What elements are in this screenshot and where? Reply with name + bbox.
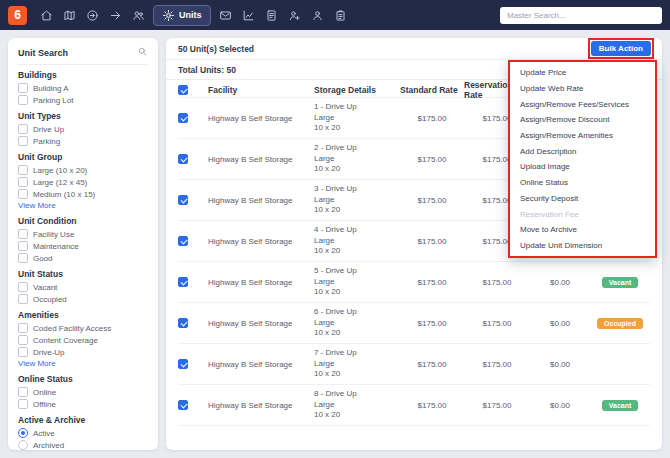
bulk-menu-item[interactable]: Upload Image: [510, 159, 655, 175]
deposit-cell: $0.00: [530, 319, 590, 328]
bulk-menu-item[interactable]: Update Unit Dimension: [510, 238, 655, 254]
nav-item-move-in[interactable]: [81, 4, 103, 26]
filter-option-checkbox[interactable]: Offline: [18, 398, 148, 410]
storage-detail-line: 8 - Drive Up: [314, 389, 400, 400]
filter-section: Unit GroupLarge (10 x 20)Large (12 x 45)…: [18, 152, 148, 211]
filter-option-checkbox[interactable]: Large (10 x 20): [18, 164, 148, 176]
storage-detail-line: Large: [314, 195, 400, 206]
bulk-action-button[interactable]: Bulk Action: [591, 41, 651, 56]
filter-option-checkbox[interactable]: Occupied: [18, 293, 148, 305]
bulk-menu-item[interactable]: Online Status: [510, 175, 655, 191]
checkbox-unchecked[interactable]: [18, 282, 28, 292]
checkbox-unchecked[interactable]: [18, 387, 28, 397]
checkbox-unchecked[interactable]: [18, 347, 28, 357]
status-badge: Occupied: [597, 318, 643, 329]
bulk-menu-item[interactable]: Add Description: [510, 143, 655, 159]
filter-option-checkbox[interactable]: Building A: [18, 82, 148, 94]
nav-item-documents[interactable]: [261, 4, 283, 26]
view-more-link[interactable]: View More: [18, 359, 148, 369]
filter-section-title: Active & Archive: [18, 415, 148, 425]
row-checkbox-cell: [178, 236, 208, 246]
checkbox-unchecked[interactable]: [18, 124, 28, 134]
nav-item-mail[interactable]: [215, 4, 237, 26]
row-checkbox[interactable]: [178, 154, 188, 164]
row-checkbox[interactable]: [178, 113, 188, 123]
view-more-link[interactable]: View More: [18, 201, 148, 211]
row-checkbox[interactable]: [178, 277, 188, 287]
filter-option-checkbox[interactable]: Maintenance: [18, 240, 148, 252]
row-checkbox[interactable]: [178, 359, 188, 369]
nav-item-units[interactable]: Units: [153, 5, 211, 26]
nav-item-reports[interactable]: [238, 4, 260, 26]
column-header: Facility: [208, 85, 314, 95]
nav-item-home[interactable]: [35, 4, 57, 26]
checkbox-unchecked[interactable]: [18, 136, 28, 146]
nav-item-tenant[interactable]: [307, 4, 329, 26]
filter-option-checkbox[interactable]: Coded Facility Access: [18, 322, 148, 334]
facility-cell: Highway B Self Storage: [208, 237, 314, 246]
checkbox-unchecked[interactable]: [18, 229, 28, 239]
nav-item-move-out[interactable]: [104, 4, 126, 26]
checkbox-unchecked[interactable]: [18, 189, 28, 199]
filter-option-checkbox[interactable]: Drive-Up: [18, 346, 148, 358]
bulk-menu-item[interactable]: Security Deposit: [510, 191, 655, 207]
filter-option-checkbox[interactable]: Medium (10 x 15): [18, 188, 148, 200]
storage-detail-line: 2 - Drive Up: [314, 143, 400, 154]
filter-option-checkbox[interactable]: Large (12 x 45): [18, 176, 148, 188]
bulk-menu-item[interactable]: Assign/Remove Discount: [510, 112, 655, 128]
radio-unselected[interactable]: [18, 440, 28, 450]
bulk-menu-item[interactable]: Update Web Rate: [510, 81, 655, 97]
radio-selected[interactable]: [18, 428, 28, 438]
search-icon[interactable]: [137, 46, 148, 59]
checkbox-unchecked[interactable]: [18, 177, 28, 187]
filter-option-label: Active: [33, 429, 55, 438]
sidebar-sections: BuildingsBuilding AParking LotUnit Types…: [18, 70, 148, 450]
checkbox-unchecked[interactable]: [18, 241, 28, 251]
filter-option-checkbox[interactable]: Facility Use: [18, 228, 148, 240]
brand-logo[interactable]: 6: [8, 6, 27, 25]
checkbox-unchecked[interactable]: [18, 83, 28, 93]
checkbox-unchecked[interactable]: [18, 399, 28, 409]
checkbox-unchecked[interactable]: [18, 294, 28, 304]
units-icon: [162, 9, 175, 22]
checkbox-unchecked[interactable]: [18, 95, 28, 105]
row-checkbox-cell: [178, 400, 208, 410]
filter-option-checkbox[interactable]: Content Coverage: [18, 334, 148, 346]
filter-option-radio[interactable]: Archived: [18, 439, 148, 450]
facility-cell: Highway B Self Storage: [208, 360, 314, 369]
checkbox-unchecked[interactable]: [18, 253, 28, 263]
row-checkbox[interactable]: [178, 400, 188, 410]
bulk-menu-item[interactable]: Assign/Remove Amenities: [510, 128, 655, 144]
facility-cell: Highway B Self Storage: [208, 319, 314, 328]
master-search-input[interactable]: [500, 7, 662, 24]
nav-item-tasks[interactable]: [330, 4, 352, 26]
bulk-menu-item[interactable]: Assign/Remove Fees/Services: [510, 96, 655, 112]
filter-option-checkbox[interactable]: Parking: [18, 135, 148, 147]
facility-cell: Highway B Self Storage: [208, 155, 314, 164]
filter-section: Active & ArchiveActiveArchived: [18, 415, 148, 450]
nav-item-map[interactable]: [58, 4, 80, 26]
checkbox-unchecked[interactable]: [18, 323, 28, 333]
storage-details-cell: 1 - Drive UpLarge10 x 20: [314, 102, 400, 134]
filter-option-checkbox[interactable]: Drive Up: [18, 123, 148, 135]
status-cell: Occupied: [590, 318, 650, 329]
filter-option-checkbox[interactable]: Online: [18, 386, 148, 398]
filter-option-label: Drive Up: [33, 125, 64, 134]
checkbox-unchecked[interactable]: [18, 335, 28, 345]
row-checkbox[interactable]: [178, 236, 188, 246]
bulk-menu-item[interactable]: Update Price: [510, 65, 655, 81]
nav-item-add-tenant[interactable]: [284, 4, 306, 26]
filter-option-checkbox[interactable]: Parking Lot: [18, 94, 148, 106]
select-all-checkbox[interactable]: [178, 85, 188, 95]
unit-search-header[interactable]: Unit Search: [18, 46, 148, 65]
filter-option-radio[interactable]: Active: [18, 427, 148, 439]
filter-option-checkbox[interactable]: Good: [18, 252, 148, 264]
row-checkbox[interactable]: [178, 318, 188, 328]
nav-item-tenants[interactable]: [127, 4, 149, 26]
bulk-menu-item[interactable]: Move to Archive: [510, 222, 655, 238]
reservation-rate-cell: $175.00: [464, 319, 530, 328]
filter-option-checkbox[interactable]: Vacant: [18, 281, 148, 293]
checkbox-unchecked[interactable]: [18, 165, 28, 175]
row-checkbox[interactable]: [178, 195, 188, 205]
filter-option-label: Building A: [33, 84, 69, 93]
